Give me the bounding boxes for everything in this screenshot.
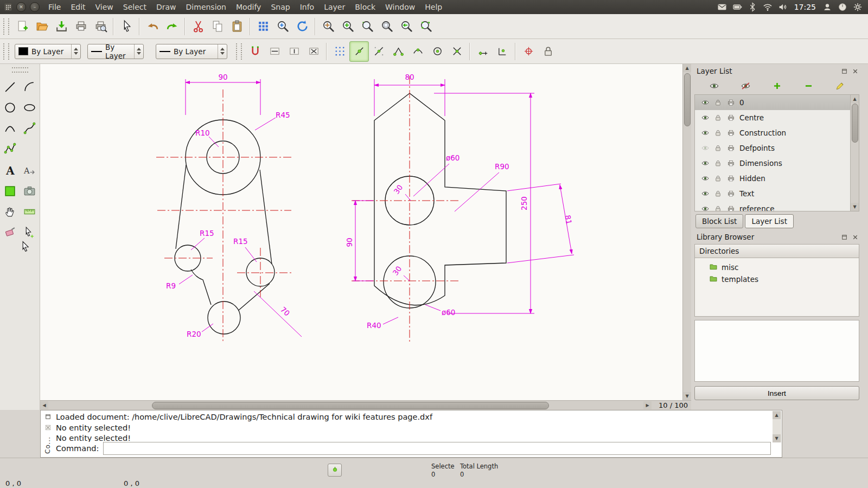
scroll-down-arrow[interactable]: ▼ (683, 392, 691, 400)
snap-distance-button[interactable] (473, 41, 493, 62)
menu-modify[interactable]: Modify (231, 0, 266, 14)
zoom-page-button[interactable] (377, 16, 397, 37)
combo-spinner[interactable] (71, 44, 80, 59)
lock-zero-button[interactable] (538, 41, 558, 62)
layer-print-icon[interactable] (726, 113, 736, 123)
layer-visibility-icon[interactable] (700, 129, 710, 138)
scroll-thumb[interactable] (684, 73, 691, 126)
zoom-auto-button[interactable] (338, 16, 358, 37)
curve-button[interactable] (1, 118, 20, 138)
directory-item-templates[interactable]: templates (695, 273, 859, 285)
polyline-button[interactable] (1, 139, 20, 158)
measure-button[interactable] (21, 202, 39, 221)
restrict-h-button[interactable] (265, 41, 284, 62)
dock-handle[interactable] (236, 43, 242, 60)
menu-layer[interactable]: Layer (319, 0, 350, 14)
rel-zero-button[interactable] (519, 41, 538, 62)
layer-print-icon[interactable] (726, 204, 736, 211)
hide-all-layers-button[interactable] (739, 79, 752, 92)
cut-button[interactable] (188, 16, 208, 37)
directory-item-misc[interactable]: misc (695, 261, 859, 273)
layer-visibility-icon[interactable] (700, 159, 710, 168)
paste-button[interactable] (227, 16, 247, 37)
layer-visibility-icon[interactable] (700, 144, 710, 153)
menu-block[interactable]: Block (350, 0, 380, 14)
pan-hand-button[interactable] (1, 202, 20, 221)
dock-handle[interactable] (3, 43, 9, 60)
app-icon[interactable] (3, 2, 13, 12)
scroll-thumb[interactable] (852, 104, 858, 143)
layer-print-icon[interactable] (726, 98, 736, 107)
layer-visibility-icon[interactable] (700, 204, 710, 211)
open-button[interactable] (32, 16, 52, 37)
layer-visibility-icon[interactable] (700, 174, 710, 183)
layer-row-Defpoints[interactable]: Defpoints (695, 140, 851, 156)
pen-width-combo[interactable]: By Layer (87, 44, 144, 59)
coordinate-widget-button[interactable] (328, 464, 342, 477)
close-panel-button[interactable] (851, 233, 859, 241)
layer-list-scrollbar[interactable]: ▲ ▼ (850, 95, 859, 211)
layer-lock-icon[interactable] (713, 159, 723, 168)
ellipse-button[interactable] (21, 98, 39, 117)
print-preview-button[interactable] (91, 16, 110, 37)
combo-spinner[interactable] (134, 44, 143, 59)
arc-button[interactable] (21, 77, 39, 97)
gear-icon[interactable] (852, 2, 863, 12)
drawing-area[interactable]: 90 R45 R10 R15 R15 R9 R20 70 80 ø60 R90 … (40, 64, 691, 410)
layer-visibility-icon[interactable] (700, 189, 710, 198)
mtext-button[interactable]: A (21, 160, 39, 180)
layer-visibility-icon[interactable] (700, 113, 710, 123)
layer-print-icon[interactable] (726, 159, 736, 168)
snap-center-button[interactable] (427, 41, 447, 62)
layer-lock-icon[interactable] (713, 98, 723, 107)
console-float-button[interactable] (44, 413, 52, 421)
scroll-down-arrow[interactable]: ▼ (851, 203, 859, 211)
bluetooth-icon[interactable] (748, 2, 758, 12)
redraw-button[interactable] (292, 16, 312, 37)
menu-dimension[interactable]: Dimension (181, 0, 231, 14)
show-all-layers-button[interactable] (707, 79, 720, 92)
snap-coord-button[interactable] (493, 41, 512, 62)
layer-print-icon[interactable] (726, 144, 736, 153)
layer-row-Dimensions[interactable]: Dimensions (695, 156, 851, 171)
mail-icon[interactable] (717, 2, 727, 12)
canvas-vertical-scrollbar[interactable]: ▲ ▼ (682, 64, 691, 400)
cursor-button[interactable] (117, 16, 136, 37)
scroll-up-arrow[interactable]: ▲ (851, 95, 859, 103)
canvas-horizontal-scrollbar[interactable]: ◀ ▶ 10 / 100 (40, 400, 691, 410)
layer-lock-icon[interactable] (713, 144, 723, 153)
layer-lock-icon[interactable] (713, 129, 723, 138)
float-panel-button[interactable] (840, 233, 848, 241)
menu-file[interactable]: File (43, 0, 66, 14)
select-tool-button[interactable] (21, 222, 39, 242)
redo-button[interactable] (162, 16, 182, 37)
layer-lock-icon[interactable] (713, 189, 723, 198)
zoom-window-button[interactable] (358, 16, 377, 37)
copy-button[interactable] (208, 16, 227, 37)
window-minimize-button[interactable]: – (30, 2, 40, 12)
undo-button[interactable] (143, 16, 162, 37)
pen-linetype-combo[interactable]: By Layer (156, 44, 227, 59)
new-file-button[interactable] (12, 16, 32, 37)
menu-edit[interactable]: Edit (66, 0, 90, 14)
layer-row-Text[interactable]: Text (695, 186, 851, 201)
restrict-off-button[interactable] (304, 41, 323, 62)
layer-visibility-icon[interactable] (700, 98, 710, 107)
dock-handle[interactable] (3, 18, 9, 35)
console-close-button[interactable] (44, 423, 52, 432)
grid-snap-button[interactable] (330, 41, 349, 62)
layer-row-Centre[interactable]: Centre (695, 110, 851, 125)
scroll-up-arrow[interactable]: ▲ (683, 64, 691, 72)
layer-lock-icon[interactable] (713, 113, 723, 123)
save-button[interactable] (52, 16, 71, 37)
zoom-pan-button[interactable] (318, 16, 338, 37)
grid-insert-button[interactable] (253, 16, 273, 37)
layer-print-icon[interactable] (726, 189, 736, 198)
wifi-icon[interactable] (763, 2, 773, 12)
tab-layer-list[interactable]: Layer List (745, 214, 794, 228)
battery-icon[interactable] (732, 2, 743, 12)
circle-button[interactable] (1, 98, 20, 117)
restrict-v-button[interactable] (284, 41, 304, 62)
menu-select[interactable]: Select (118, 0, 151, 14)
layer-row-reference[interactable]: reference (695, 201, 851, 211)
